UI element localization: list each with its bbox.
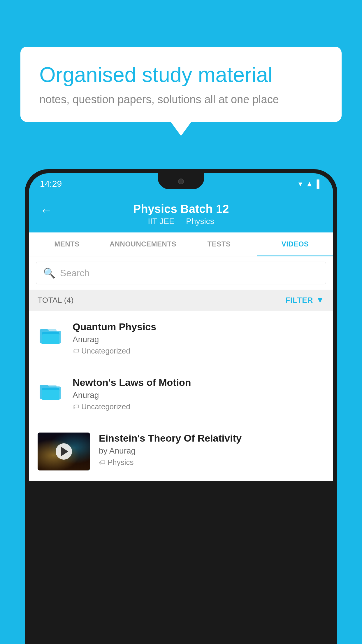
- status-icons: ▾ ▲ ▌: [298, 179, 322, 188]
- folder-icon-quantum: [38, 321, 64, 347]
- video-tag-quantum: 🏷 Uncategorized: [73, 346, 324, 356]
- header-subtitle: IIT JEE Physics: [145, 217, 217, 226]
- speech-bubble-container: Organised study material notes, question…: [20, 47, 342, 122]
- tab-videos[interactable]: VIDEOS: [257, 232, 333, 256]
- play-button[interactable]: [56, 443, 72, 460]
- screen-content: 🔍 Search TOTAL (4) FILTER ▼: [29, 256, 333, 481]
- list-item[interactable]: Einstein's Theory Of Relativity by Anura…: [29, 422, 333, 481]
- tabs-bar: MENTS ANNOUNCEMENTS TESTS VIDEOS: [29, 232, 333, 256]
- list-item[interactable]: Newton's Laws of Motion Anurag 🏷 Uncateg…: [29, 366, 333, 422]
- total-count: TOTAL (4): [38, 296, 74, 305]
- phone-inner: 14:29 ▾ ▲ ▌ ← Physics Batch 12 IIT JEE P…: [29, 173, 333, 644]
- header-title: Physics Batch 12: [133, 202, 229, 216]
- filter-label: FILTER: [285, 296, 313, 305]
- svg-rect-5: [42, 390, 59, 400]
- tag-icon-einstein: 🏷: [99, 459, 105, 466]
- speech-bubble: Organised study material notes, question…: [20, 47, 342, 122]
- video-author-einstein: by Anurag: [99, 446, 324, 456]
- search-icon: 🔍: [43, 267, 55, 279]
- phone-notch: [158, 173, 204, 189]
- tab-tests[interactable]: TESTS: [181, 232, 257, 256]
- video-author-newton: Anurag: [73, 391, 324, 400]
- wifi-icon: ▾: [298, 179, 302, 188]
- headline: Organised study material: [39, 63, 323, 87]
- subtitle-iitjee: IIT JEE: [148, 217, 174, 226]
- filter-bar: TOTAL (4) FILTER ▼: [29, 290, 333, 311]
- filter-icon: ▼: [316, 295, 324, 305]
- video-thumbnail-einstein: [38, 433, 90, 470]
- subtext: notes, question papers, solutions all at…: [39, 93, 323, 106]
- list-item[interactable]: Quantum Physics Anurag 🏷 Uncategorized: [29, 311, 333, 366]
- tag-icon-quantum: 🏷: [73, 347, 79, 355]
- video-author-quantum: Anurag: [73, 335, 324, 344]
- app-header: ← Physics Batch 12 IIT JEE Physics: [29, 194, 333, 232]
- tag-label-newton: Uncategorized: [81, 402, 130, 411]
- video-title-quantum: Quantum Physics: [73, 321, 324, 332]
- front-camera: [178, 178, 184, 184]
- tag-icon-newton: 🏷: [73, 403, 79, 411]
- video-title-einstein: Einstein's Theory Of Relativity: [99, 433, 324, 444]
- tag-label-einstein: Physics: [108, 458, 134, 467]
- video-item-info-newton: Newton's Laws of Motion Anurag 🏷 Uncateg…: [73, 377, 324, 411]
- video-title-newton: Newton's Laws of Motion: [73, 377, 324, 388]
- battery-icon: ▌: [317, 179, 322, 188]
- video-list: Quantum Physics Anurag 🏷 Uncategorized: [29, 311, 333, 481]
- search-bar[interactable]: 🔍 Search: [36, 262, 326, 284]
- video-item-info-quantum: Quantum Physics Anurag 🏷 Uncategorized: [73, 321, 324, 356]
- video-tag-einstein: 🏷 Physics: [99, 458, 324, 467]
- status-time: 14:29: [40, 179, 62, 189]
- tag-label-quantum: Uncategorized: [81, 346, 130, 356]
- play-triangle-icon: [61, 447, 68, 456]
- search-placeholder: Search: [60, 268, 89, 279]
- back-button[interactable]: ←: [40, 203, 53, 218]
- tab-ments[interactable]: MENTS: [29, 232, 105, 256]
- video-tag-newton: 🏷 Uncategorized: [73, 402, 324, 411]
- signal-icon: ▲: [306, 179, 313, 188]
- video-item-info-einstein: Einstein's Theory Of Relativity by Anura…: [99, 433, 324, 467]
- svg-rect-2: [42, 334, 59, 344]
- search-bar-wrapper: 🔍 Search: [29, 256, 333, 290]
- phone-frame: 14:29 ▾ ▲ ▌ ← Physics Batch 12 IIT JEE P…: [25, 169, 337, 644]
- folder-icon-newton: [38, 377, 64, 403]
- subtitle-physics: Physics: [186, 217, 214, 226]
- tab-announcements[interactable]: ANNOUNCEMENTS: [105, 232, 181, 256]
- filter-button[interactable]: FILTER ▼: [285, 295, 324, 305]
